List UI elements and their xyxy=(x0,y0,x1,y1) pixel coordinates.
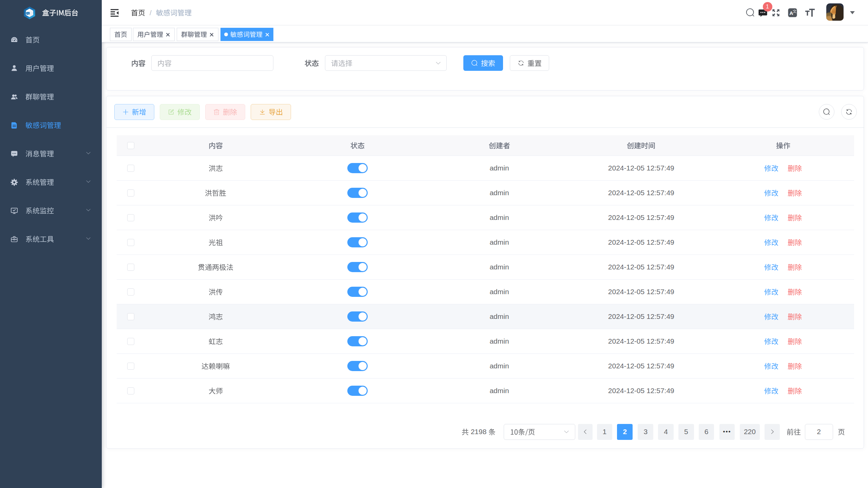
svg-text:A: A xyxy=(789,10,793,16)
